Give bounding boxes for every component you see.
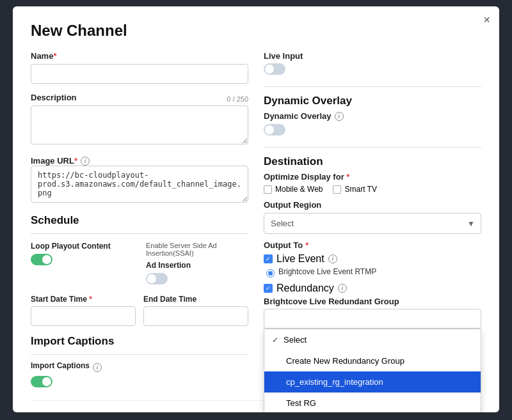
dropdown-item-select-label: Select — [284, 335, 307, 345]
smart-tv-cb-icon — [333, 185, 341, 194]
description-label: Description — [31, 93, 77, 102]
name-label: Name* — [31, 51, 248, 61]
output-region-select[interactable]: Select — [264, 213, 481, 234]
live-event-info-icon[interactable]: i — [328, 254, 337, 263]
right-column: Live Input Dynamic Overlay Dynamic Overl… — [264, 51, 481, 390]
start-date-label: Start Date Time * — [31, 295, 136, 304]
end-date-group: End Date Time — [143, 295, 248, 326]
live-event-checkbox[interactable]: ✓ — [264, 254, 273, 263]
description-input[interactable] — [31, 105, 248, 144]
output-region-select-wrapper: Select ▼ — [264, 213, 481, 234]
image-url-group: Image URL* i https://bc-cloudplayout-pro… — [31, 156, 248, 205]
mobile-web-label: Mobile & Web — [275, 185, 323, 194]
brightcove-live-radio[interactable] — [266, 269, 275, 277]
loop-label: Loop Playout Content — [31, 242, 133, 251]
destination-title: Destination — [264, 155, 481, 168]
ad-insertion-label: Ad Insertion — [146, 261, 191, 270]
modal-title: New Channel — [31, 22, 481, 40]
import-captions-title: Import Captions — [31, 335, 248, 348]
dropdown-item-test-rg[interactable]: Test RG — [264, 393, 481, 412]
import-captions-info-icon[interactable]: i — [93, 363, 102, 372]
mobile-web-checkbox[interactable]: Mobile & Web — [264, 185, 323, 194]
smart-tv-checkbox[interactable]: Smart TV — [333, 185, 376, 194]
loop-toggle[interactable] — [31, 254, 52, 265]
output-region-label: Output Region — [264, 200, 481, 210]
ad-insertion-toggle[interactable] — [146, 273, 168, 284]
schedule-row: Loop Playout Content Enable Server Side … — [31, 242, 248, 287]
import-captions-label: Import Captions — [31, 361, 90, 370]
end-date-input[interactable] — [143, 306, 248, 326]
mobile-web-cb-icon — [264, 185, 272, 194]
schedule-title: Schedule — [31, 214, 248, 227]
dynamic-overlay-group: Dynamic Overlay i — [264, 111, 481, 138]
ad-insertion-group: Enable Server Side Ad Insertion(SSAI) Ad… — [146, 242, 248, 287]
loop-group: Loop Playout Content — [31, 242, 133, 265]
smart-tv-label: Smart TV — [344, 185, 376, 194]
modal-body: Name* Description 0 / 250 Image URL* — [31, 51, 481, 390]
import-captions-divider — [31, 354, 248, 355]
bcov-rg-dropdown-list: ✓ Select Create New Redundancy Group cp_… — [264, 329, 481, 412]
destination-section: Optimize Display for * Mobile & Web Smar… — [264, 172, 481, 329]
optimize-row: Mobile & Web Smart TV — [264, 185, 481, 194]
live-input-group: Live Input — [264, 51, 481, 77]
live-input-label: Live Input — [264, 51, 481, 61]
schedule-divider — [31, 233, 248, 234]
name-group: Name* — [31, 51, 248, 84]
description-group: Description 0 / 250 — [31, 93, 248, 147]
start-date-group: Start Date Time * — [31, 295, 136, 326]
select-check-icon: ✓ — [272, 336, 278, 345]
live-event-row: ✓ Live Event i — [264, 253, 481, 265]
date-row: Start Date Time * End Date Time — [31, 295, 248, 326]
dropdown-item-test-rg-label: Test RG — [286, 398, 316, 408]
import-captions-toggle[interactable] — [31, 376, 52, 387]
dropdown-item-cp-existing-label: cp_existing_rg_integration — [286, 377, 383, 387]
dropdown-item-cp-existing[interactable]: cp_existing_rg_integration — [264, 371, 481, 393]
start-date-input[interactable] — [31, 306, 136, 326]
dynamic-overlay-title: Dynamic Overlay — [264, 95, 481, 107]
live-event-label: Live Event — [276, 253, 324, 265]
optimize-label: Optimize Display for * — [264, 172, 481, 182]
image-url-label: Image URL* — [31, 156, 77, 166]
dropdown-item-create-new[interactable]: Create New Redundancy Group — [264, 350, 481, 371]
redundancy-row: ✓ Redundancy i — [264, 283, 481, 294]
output-to-label: Output To * — [264, 240, 481, 250]
dynamic-overlay-toggle[interactable] — [264, 124, 285, 136]
new-channel-modal: × New Channel Name* Description 0 / 250 — [13, 6, 499, 412]
redundancy-info-icon[interactable]: i — [338, 284, 347, 293]
redundancy-label: Redundancy — [276, 283, 334, 294]
close-button[interactable]: × — [483, 14, 490, 26]
name-input[interactable] — [31, 64, 248, 84]
end-date-label: End Date Time — [143, 295, 248, 304]
left-column: Name* Description 0 / 250 Image URL* — [31, 51, 248, 390]
import-captions-group: Import Captions i — [31, 361, 248, 373]
modal-overlay: × New Channel Name* Description 0 / 250 — [0, 0, 512, 420]
destination-divider — [264, 147, 481, 148]
dynamic-overlay-divider — [264, 86, 481, 87]
redundancy-checkbox[interactable]: ✓ — [264, 284, 273, 293]
brightcove-live-label: Brightcove Live Event RTMP — [278, 267, 376, 276]
live-input-toggle[interactable] — [264, 63, 285, 75]
char-count: 0 / 250 — [227, 95, 248, 103]
dropdown-item-create-new-label: Create New Redundancy Group — [286, 356, 404, 366]
ssai-label: Enable Server Side Ad Insertion(SSAI) — [146, 242, 248, 257]
bcov-rg-input[interactable] — [264, 309, 481, 329]
dynamic-overlay-label: Dynamic Overlay — [264, 111, 332, 121]
image-url-info-icon[interactable]: i — [81, 157, 90, 166]
dynamic-overlay-info-icon[interactable]: i — [335, 112, 344, 121]
dropdown-item-select[interactable]: ✓ Select — [264, 329, 481, 350]
bcov-rg-label: Brightcove Live Redundant Group — [264, 297, 481, 306]
bcov-rg-dropdown-wrapper: ✓ Select Create New Redundancy Group cp_… — [264, 309, 481, 329]
image-url-input[interactable]: https://bc-cloudplayout-prod.s3.amazonaw… — [31, 166, 248, 203]
